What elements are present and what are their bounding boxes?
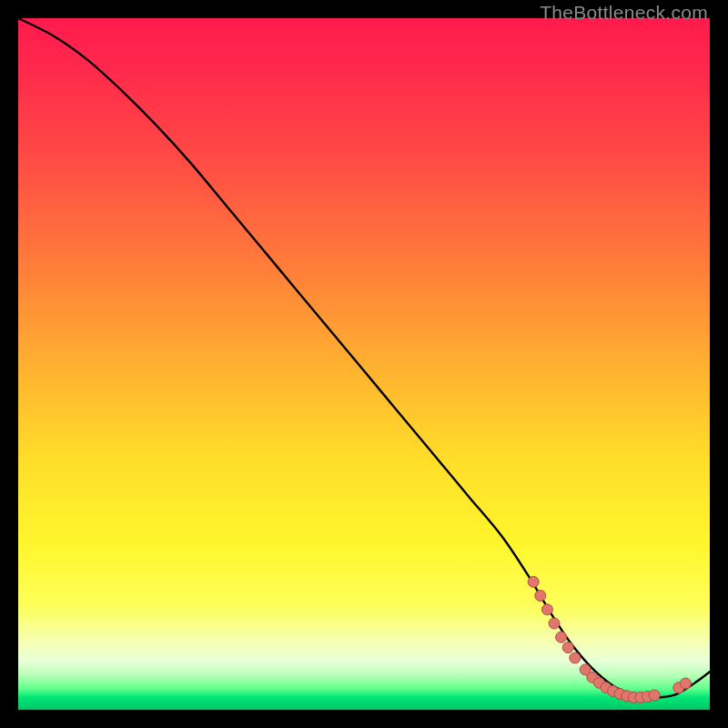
data-dot <box>528 576 539 587</box>
data-dot <box>549 618 560 629</box>
watermark-label: TheBottleneck.com <box>540 2 708 24</box>
data-dot <box>680 678 691 689</box>
data-dot <box>535 591 546 602</box>
data-dot <box>570 652 581 663</box>
data-dot <box>541 604 552 615</box>
data-dot <box>649 690 660 701</box>
chart-frame: TheBottleneck.com <box>0 0 728 728</box>
chart-plot-area <box>18 18 710 710</box>
bottleneck-curve <box>18 18 710 697</box>
chart-svg <box>18 18 710 710</box>
data-dot <box>562 642 573 653</box>
data-dot <box>556 632 567 642</box>
data-dots <box>528 576 691 703</box>
